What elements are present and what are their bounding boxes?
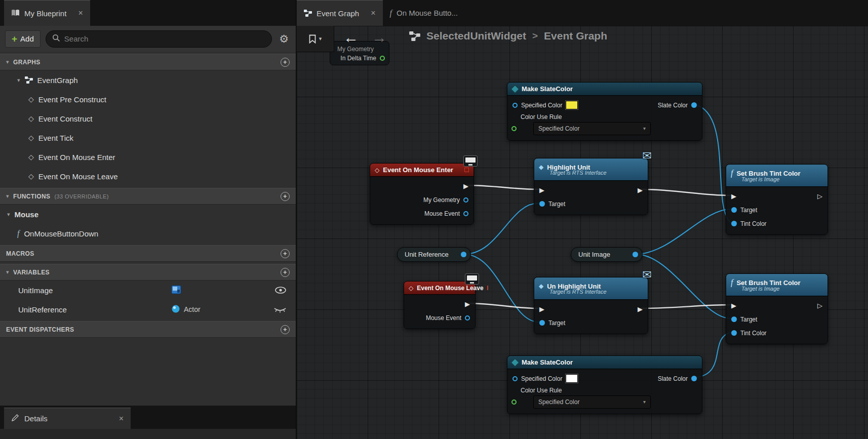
pin-target[interactable] — [731, 316, 737, 322]
node-header[interactable]: Make SlateColor — [507, 83, 702, 96]
pin-my-geometry[interactable] — [463, 197, 468, 203]
graph-icon — [409, 31, 420, 41]
add-macro-icon[interactable]: + — [281, 249, 290, 258]
search-input[interactable] — [64, 34, 265, 43]
section-graphs[interactable]: ▾ GRAPHS + — [0, 54, 296, 70]
forward-button[interactable]: → — [372, 29, 387, 46]
section-functions[interactable]: ▾ FUNCTIONS (33 OVERRIDABLE) + — [0, 188, 296, 205]
back-button[interactable]: ← — [343, 29, 359, 46]
tree-item-eventgraph[interactable]: ▾ EventGraph — [0, 70, 296, 90]
visibility-toggle[interactable] — [274, 287, 287, 294]
exec-in-pin[interactable]: ▶ — [539, 187, 544, 193]
graph-canvas[interactable]: My Geometry In Delta Time Make SlateColo… — [297, 26, 868, 439]
category-mouse[interactable]: ▾ Mouse — [0, 205, 296, 224]
section-event-dispatchers[interactable]: EVENT DISPATCHERS + — [0, 321, 296, 338]
pin-color-use-rule[interactable] — [511, 126, 517, 131]
add-graph-icon[interactable]: + — [281, 58, 290, 67]
node-header[interactable]: ◆ Highlight Unit Target is RTS Interface — [534, 158, 648, 181]
interface-call-icon: ◆ — [539, 164, 543, 171]
variable-row-unitimage[interactable]: UnitImage — [0, 281, 296, 300]
node-get-unit-image[interactable]: Unit Image — [571, 247, 643, 262]
add-variable-icon[interactable]: + — [281, 268, 290, 277]
unreal-blueprint-editor: My Blueprint × + Add ⚙ ▾ GRAPHS + ▾ — [0, 0, 868, 439]
section-macros[interactable]: MACROS + — [0, 245, 296, 262]
tab-event-graph[interactable]: Event Graph × — [297, 0, 383, 26]
color-swatch[interactable] — [566, 374, 578, 383]
pin-slate-color-out[interactable] — [691, 102, 697, 108]
graph-tabstrip: Event Graph × f On Mouse Butto... — [297, 0, 868, 26]
node-header[interactable]: f Set Brush Tint Color Target is Image — [726, 165, 827, 187]
search-box[interactable] — [46, 30, 272, 48]
close-icon[interactable]: × — [371, 9, 375, 18]
pin-slate-color-out[interactable] — [691, 376, 697, 381]
node-get-unit-reference[interactable]: Unit Reference — [397, 247, 471, 262]
pin-in-delta-time[interactable] — [380, 56, 385, 61]
close-icon[interactable]: × — [78, 9, 83, 18]
add-label: Add — [20, 34, 34, 43]
pin-unit-reference-out[interactable] — [461, 252, 466, 257]
tree-item-onmousebuttondown[interactable]: f OnMouseButtonDown — [0, 224, 296, 243]
pin-specified-color[interactable] — [512, 376, 518, 381]
exec-out-pin[interactable]: ▶ — [638, 187, 643, 193]
variable-row-unitreference[interactable]: UnitReference Actor — [0, 300, 296, 319]
pen-icon — [11, 414, 19, 423]
node-event-on-mouse-enter[interactable]: ◇ Event On Mouse Enter ▶ My Geometry Mou… — [370, 163, 474, 225]
exec-in-pin[interactable]: ▶ — [539, 306, 544, 312]
node-header[interactable]: ◇ Event On Mouse Leave — [404, 282, 475, 295]
exec-out-pin[interactable]: ▶ — [638, 306, 643, 312]
pin-mouse-event[interactable] — [463, 211, 468, 216]
tab-on-mouse-button-down[interactable]: f On Mouse Butto... — [383, 0, 465, 26]
tree-item-event-tick[interactable]: ◇ Event Tick — [0, 128, 296, 147]
event-diamond-icon: ◇ — [28, 114, 34, 123]
make-struct-icon — [511, 85, 520, 93]
tab-details[interactable]: Details × — [4, 408, 131, 429]
tree-item-event-on-mouse-leave[interactable]: ◇ Event On Mouse Leave — [0, 167, 296, 186]
close-icon[interactable]: × — [119, 414, 124, 423]
breadcrumb-root[interactable]: SelectedUnitWidget — [426, 30, 526, 42]
node-event-on-mouse-leave[interactable]: ◇ Event On Mouse Leave ▶ Mouse Event — [404, 281, 476, 329]
color-use-rule-dropdown[interactable]: Specified Color ▾ — [533, 122, 651, 135]
node-make-slatecolor-bottom[interactable]: Make SlateColor Specified Color Slate Co… — [507, 355, 702, 414]
section-variables[interactable]: ▾ VARIABLES + — [0, 264, 296, 281]
add-button[interactable]: + Add — [5, 30, 41, 48]
pin-color-use-rule[interactable] — [511, 400, 517, 405]
exec-out-pin[interactable]: ▷ — [817, 302, 822, 309]
tree-item-event-pre-construct[interactable]: ◇ Event Pre Construct — [0, 90, 296, 109]
add-function-icon[interactable]: + — [281, 192, 290, 201]
gear-icon[interactable]: ⚙ — [277, 33, 291, 45]
node-set-brush-tint-color-top[interactable]: f Set Brush Tint Color Target is Image ▶… — [726, 164, 828, 235]
add-dispatcher-icon[interactable]: + — [281, 325, 290, 334]
bookmark-dropdown[interactable]: ▾ — [297, 26, 334, 52]
pin-tint-color[interactable] — [731, 330, 737, 336]
exec-out-pin[interactable]: ▶ — [463, 183, 468, 189]
tree-item-event-on-mouse-enter[interactable]: ◇ Event On Mouse Enter — [0, 147, 296, 167]
node-un-highlight-unit[interactable]: ✉ ◆ Un Highlight Unit Target is RTS Inte… — [534, 277, 648, 334]
pin-unit-image-out[interactable] — [633, 252, 638, 257]
chevron-down-icon: ▾ — [17, 77, 20, 84]
tree-item-event-construct[interactable]: ◇ Event Construct — [0, 109, 296, 128]
pin-specified-color[interactable] — [512, 103, 518, 108]
color-use-rule-dropdown[interactable]: Specified Color ▾ — [533, 395, 651, 409]
node-header[interactable]: ◇ Event On Mouse Enter — [370, 164, 474, 177]
pin-target[interactable] — [539, 320, 545, 326]
exec-out-pin[interactable]: ▶ — [465, 301, 470, 307]
node-header[interactable]: f Set Brush Tint Color Target is Image — [726, 274, 827, 296]
pin-tint-color[interactable] — [731, 221, 737, 226]
breadcrumb-current[interactable]: Event Graph — [544, 30, 607, 42]
pin-label: Slate Color — [658, 375, 688, 382]
tab-my-blueprint[interactable]: My Blueprint × — [4, 0, 90, 26]
node-highlight-unit[interactable]: ✉ ◆ Highlight Unit Target is RTS Interfa… — [534, 158, 648, 215]
exec-in-pin[interactable]: ▶ — [731, 193, 736, 199]
pin-target[interactable] — [731, 207, 737, 213]
pin-target[interactable] — [539, 201, 545, 207]
exec-out-pin[interactable]: ▷ — [817, 193, 822, 199]
node-set-brush-tint-color-bottom[interactable]: f Set Brush Tint Color Target is Image ▶… — [726, 273, 828, 344]
node-header[interactable]: ◆ Un Highlight Unit Target is RTS Interf… — [534, 277, 648, 300]
pin-mouse-event[interactable] — [465, 315, 470, 321]
node-header[interactable]: Make SlateColor — [507, 356, 702, 369]
dropdown-value: Specified Color — [538, 125, 579, 132]
color-swatch[interactable] — [566, 101, 578, 109]
exec-in-pin[interactable]: ▶ — [731, 302, 736, 309]
visibility-toggle[interactable] — [273, 306, 287, 313]
node-make-slatecolor-top[interactable]: Make SlateColor Specified Color Slate Co… — [507, 82, 702, 141]
